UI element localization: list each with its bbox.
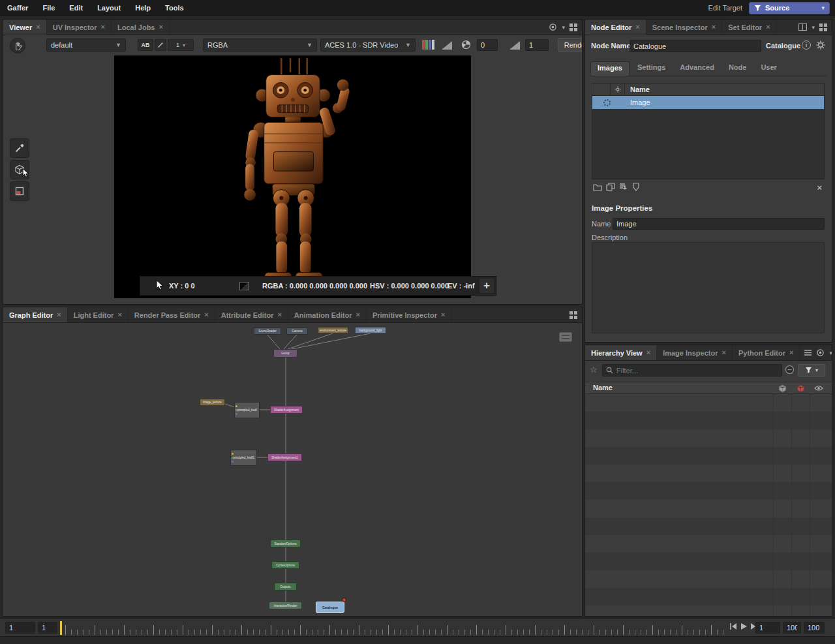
layout-menu-icon[interactable]	[819, 23, 827, 31]
expand-status-button[interactable]: +	[479, 278, 494, 294]
list-icon[interactable]	[804, 350, 812, 356]
clipping-ramp-icon[interactable]	[442, 41, 452, 50]
render-viewport[interactable]	[114, 55, 471, 298]
pan-tool-button[interactable]	[10, 38, 25, 54]
tab-light-editor[interactable]: Light Editor×	[68, 307, 129, 322]
skip-to-start-icon[interactable]	[729, 622, 737, 630]
node-name-input[interactable]	[630, 40, 761, 52]
display-transform-select[interactable]: ACES 1.0 - SDR Video▼	[320, 38, 416, 52]
exclude-column-icon[interactable]	[797, 384, 805, 393]
menu-tools[interactable]: Tools	[158, 4, 191, 12]
compare-mode-dropdown[interactable]: 1 ▾	[168, 39, 194, 51]
graph-node-principled-bsdf[interactable]: principled_bsdf	[234, 402, 260, 418]
graph-node-catalogue[interactable]: Catalogue	[316, 602, 344, 613]
graph-node-shader-assignment1[interactable]: ShaderAssignment1	[267, 453, 302, 461]
current-frame-marker[interactable]	[60, 621, 62, 635]
close-tab-icon[interactable]: ×	[159, 23, 162, 31]
close-tab-icon[interactable]: ×	[721, 349, 725, 356]
close-tab-icon[interactable]: ×	[57, 311, 61, 318]
exposure-icon[interactable]	[461, 40, 471, 50]
close-tab-icon[interactable]: ×	[277, 311, 281, 318]
graph-node-scene-reader[interactable]: SceneReader	[254, 328, 281, 335]
tab-local-jobs[interactable]: Local Jobs×	[112, 20, 170, 35]
tab-image-inspector[interactable]: Image Inspector×	[657, 345, 733, 360]
tab-uv-inspector[interactable]: UV Inspector×	[47, 20, 112, 35]
graph-node-cycles-options[interactable]: CyclesOptions	[271, 561, 299, 569]
tab-set-editor[interactable]: Set Editor×	[722, 20, 776, 35]
export-image-icon[interactable]	[619, 183, 628, 191]
menu-gaffer[interactable]: Gaffer	[0, 4, 35, 12]
bookmark-star-icon[interactable]: ☆	[590, 365, 598, 375]
max-frame-input[interactable]	[804, 622, 825, 634]
graph-node-image-texture[interactable]: image_texture	[200, 399, 225, 406]
menu-edit[interactable]: Edit	[62, 4, 90, 12]
graph-node-group[interactable]: Group	[273, 349, 297, 358]
info-icon[interactable]: i	[802, 40, 811, 50]
graph-node-outputs[interactable]: Outputs	[274, 583, 297, 590]
close-tab-icon[interactable]: ×	[117, 311, 121, 318]
playback-frame-input[interactable]	[755, 622, 780, 634]
remove-image-icon[interactable]: ×	[817, 183, 822, 192]
tab-node-editor[interactable]: Node Editor×	[585, 20, 646, 35]
graph-node-environment-texture[interactable]: environment_texture	[318, 327, 348, 333]
close-tab-icon[interactable]: ×	[766, 23, 770, 31]
extract-image-icon[interactable]	[632, 183, 640, 191]
start-frame-input[interactable]	[5, 622, 35, 634]
tab-advanced[interactable]: Advanced	[673, 61, 721, 76]
table-row-image[interactable]: Image	[592, 96, 824, 109]
layout-menu-icon[interactable]	[569, 23, 577, 31]
gear-icon[interactable]	[815, 40, 826, 50]
tab-scene-inspector[interactable]: Scene Inspector×	[646, 20, 722, 35]
tab-primitive-inspector[interactable]: Primitive Inspector×	[367, 307, 451, 322]
image-name-input[interactable]	[613, 218, 825, 230]
close-tab-icon[interactable]: ×	[101, 23, 105, 31]
filter-input[interactable]	[616, 367, 778, 375]
add-image-icon[interactable]	[593, 183, 602, 191]
editor-focus-icon[interactable]	[816, 348, 825, 357]
editor-focus-icon[interactable]	[549, 23, 557, 31]
frame-ruler[interactable]	[65, 621, 725, 635]
camera-select[interactable]: default▼	[46, 38, 126, 52]
node-graph-canvas[interactable]: SceneReader Camera environment_texture b…	[3, 323, 582, 616]
tab-hierarchy-view[interactable]: Hierarchy View×	[585, 345, 657, 360]
tab-attribute-editor[interactable]: Attribute Editor×	[215, 307, 288, 322]
menu-help[interactable]: Help	[128, 4, 158, 12]
gamma-ramp-icon[interactable]	[509, 41, 520, 50]
tab-user[interactable]: User	[754, 61, 783, 76]
close-tab-icon[interactable]: ×	[646, 349, 650, 356]
tab-animation-editor[interactable]: Animation Editor×	[288, 307, 367, 322]
graph-node-standard-options[interactable]: StandardOptions	[270, 540, 301, 547]
close-tab-icon[interactable]: ×	[635, 23, 639, 31]
render-button[interactable]: Rende	[558, 38, 583, 52]
graph-node-interactive-render[interactable]: InteractiveRender	[269, 602, 302, 609]
hierarchy-rows[interactable]	[585, 394, 832, 616]
collapse-all-icon[interactable]	[785, 365, 795, 375]
ab-compare-button[interactable]: AB	[138, 39, 153, 51]
graph-node-shader-assignment[interactable]: ShaderAssignment	[270, 406, 303, 414]
close-tab-icon[interactable]: ×	[789, 349, 793, 356]
tab-settings[interactable]: Settings	[631, 61, 672, 76]
tab-graph-editor[interactable]: Graph Editor×	[3, 307, 68, 322]
duplicate-image-icon[interactable]	[606, 183, 615, 191]
chevron-down-icon[interactable]: ▾	[562, 24, 565, 31]
tab-images[interactable]: Images	[590, 61, 630, 76]
tab-python-editor[interactable]: Python Editor×	[733, 345, 800, 360]
layout-menu-icon[interactable]	[569, 311, 577, 319]
source-button[interactable]: Source ▾	[749, 2, 830, 14]
menu-layout[interactable]: Layout	[90, 4, 128, 12]
visibility-column-icon[interactable]	[814, 385, 823, 391]
graph-node-principled-bsdf1[interactable]: principled_bsdf1	[230, 450, 257, 466]
tab-node[interactable]: Node	[722, 61, 753, 76]
image-description-box[interactable]	[592, 242, 825, 333]
filter-dropdown-button[interactable]: ▾	[798, 364, 825, 376]
split-panel-icon[interactable]	[798, 23, 807, 31]
current-frame-input[interactable]	[38, 622, 57, 634]
graph-node-background-light[interactable]: background_light	[355, 327, 386, 333]
close-tab-icon[interactable]: ×	[441, 311, 445, 318]
chevron-down-icon[interactable]: ▾	[829, 350, 832, 356]
close-tab-icon[interactable]: ×	[36, 23, 40, 31]
color-picker-tool[interactable]	[10, 138, 29, 158]
play-icon[interactable]	[740, 622, 748, 630]
tab-render-pass-editor[interactable]: Render Pass Editor×	[129, 307, 215, 322]
chevron-down-icon[interactable]: ▾	[812, 24, 815, 31]
